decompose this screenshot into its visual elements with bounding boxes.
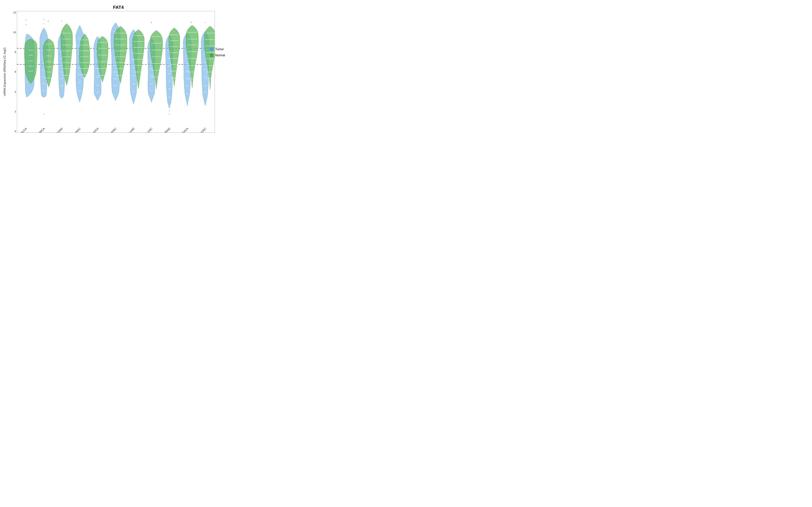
svg-rect-144 bbox=[187, 65, 197, 65]
svg-rect-111 bbox=[151, 57, 161, 57]
svg-rect-90 bbox=[132, 68, 135, 68]
svg-rect-19 bbox=[46, 44, 52, 44]
svg-point-171 bbox=[169, 110, 170, 111]
svg-rect-150 bbox=[204, 62, 207, 62]
svg-rect-60 bbox=[96, 77, 99, 77]
svg-rect-35 bbox=[62, 45, 71, 45]
svg-text:LUSC: LUSC bbox=[146, 127, 153, 133]
svg-rect-52 bbox=[80, 57, 89, 57]
svg-rect-128 bbox=[170, 64, 179, 65]
svg-rect-112 bbox=[151, 63, 161, 64]
svg-rect-105 bbox=[150, 76, 153, 76]
svg-rect-122 bbox=[168, 97, 171, 98]
svg-rect-61 bbox=[96, 86, 99, 86]
svg-rect-5 bbox=[24, 82, 28, 82]
svg-point-165 bbox=[43, 18, 44, 19]
svg-rect-18 bbox=[42, 91, 45, 91]
svg-rect-51 bbox=[80, 51, 89, 51]
svg-text:BLCA: BLCA bbox=[20, 127, 28, 133]
svg-rect-79 bbox=[115, 39, 126, 39]
svg-rect-54 bbox=[80, 68, 89, 69]
legend-tumor-box bbox=[210, 47, 213, 51]
svg-rect-33 bbox=[62, 33, 71, 33]
svg-rect-39 bbox=[62, 68, 71, 69]
svg-rect-76 bbox=[113, 78, 118, 79]
svg-rect-22 bbox=[46, 62, 52, 62]
svg-rect-38 bbox=[62, 62, 71, 63]
svg-point-170 bbox=[151, 22, 152, 23]
svg-rect-83 bbox=[115, 62, 126, 63]
svg-rect-34 bbox=[62, 39, 71, 39]
svg-rect-6 bbox=[29, 50, 33, 50]
svg-rect-36 bbox=[62, 51, 71, 51]
svg-rect-47 bbox=[78, 82, 81, 82]
svg-rect-151 bbox=[204, 69, 207, 70]
svg-rect-129 bbox=[170, 71, 179, 71]
svg-rect-139 bbox=[187, 32, 197, 33]
svg-rect-80 bbox=[115, 45, 126, 45]
svg-point-167 bbox=[43, 114, 44, 115]
svg-rect-119 bbox=[168, 73, 171, 74]
svg-rect-99 bbox=[133, 65, 144, 65]
y-tick-8: 8 bbox=[9, 51, 16, 53]
svg-rect-75 bbox=[113, 72, 118, 72]
svg-rect-65 bbox=[98, 55, 107, 55]
svg-rect-141 bbox=[187, 45, 197, 45]
svg-rect-162 bbox=[205, 78, 215, 79]
svg-text:BRCA: BRCA bbox=[38, 127, 46, 133]
y-tick-10: 10 bbox=[9, 31, 16, 34]
svg-rect-53 bbox=[80, 62, 89, 63]
svg-rect-62 bbox=[96, 92, 99, 93]
svg-text:COAD: COAD bbox=[56, 127, 63, 133]
svg-text:THCA: THCA bbox=[182, 127, 189, 133]
legend-normal-box bbox=[210, 53, 213, 57]
svg-rect-24 bbox=[46, 72, 52, 72]
svg-rect-93 bbox=[132, 91, 135, 92]
svg-text:KICH: KICH bbox=[93, 127, 99, 133]
svg-rect-153 bbox=[204, 86, 207, 86]
legend-tumor: Tumor bbox=[210, 47, 232, 51]
svg-rect-121 bbox=[168, 89, 171, 89]
svg-text:PRAD: PRAD bbox=[164, 127, 171, 133]
svg-rect-109 bbox=[151, 43, 161, 44]
svg-rect-161 bbox=[205, 72, 215, 72]
svg-rect-85 bbox=[115, 75, 126, 75]
svg-rect-49 bbox=[80, 40, 89, 40]
svg-text:LUAD: LUAD bbox=[128, 127, 135, 133]
svg-text:UCEC: UCEC bbox=[199, 127, 207, 133]
svg-rect-40 bbox=[62, 75, 71, 75]
svg-rect-152 bbox=[204, 77, 207, 77]
svg-point-169 bbox=[61, 20, 62, 22]
svg-rect-16 bbox=[42, 77, 45, 77]
y-tick-2: 2 bbox=[9, 110, 16, 113]
svg-point-164 bbox=[26, 24, 27, 25]
svg-rect-154 bbox=[204, 92, 207, 93]
legend-normal: Normal bbox=[210, 53, 232, 57]
svg-rect-155 bbox=[205, 33, 215, 33]
svg-rect-84 bbox=[115, 68, 126, 69]
violin-chart-svg: BLCA BRCA COAD HNSC KICH KIRC LUAD LUSC … bbox=[17, 11, 215, 133]
svg-rect-110 bbox=[151, 50, 161, 50]
svg-rect-37 bbox=[62, 57, 71, 57]
svg-rect-64 bbox=[98, 48, 107, 49]
svg-rect-156 bbox=[205, 39, 215, 40]
svg-point-173 bbox=[191, 22, 192, 23]
chart-area: 12 10 8 6 4 2 0 bbox=[17, 11, 215, 133]
svg-rect-63 bbox=[98, 42, 107, 43]
y-tick-0: 0 bbox=[9, 130, 16, 133]
svg-rect-82 bbox=[115, 57, 126, 57]
svg-rect-107 bbox=[150, 91, 153, 91]
svg-point-174 bbox=[205, 22, 206, 23]
svg-rect-135 bbox=[186, 71, 189, 71]
svg-rect-125 bbox=[170, 47, 179, 47]
svg-rect-106 bbox=[150, 83, 153, 84]
svg-rect-118 bbox=[168, 66, 171, 66]
svg-rect-108 bbox=[151, 36, 161, 37]
svg-rect-78 bbox=[115, 33, 126, 33]
svg-rect-123 bbox=[170, 35, 179, 35]
svg-rect-91 bbox=[132, 75, 135, 75]
svg-rect-7 bbox=[29, 55, 33, 55]
y-tick-6: 6 bbox=[9, 70, 16, 73]
svg-rect-31 bbox=[60, 78, 63, 79]
svg-point-163 bbox=[26, 19, 27, 20]
